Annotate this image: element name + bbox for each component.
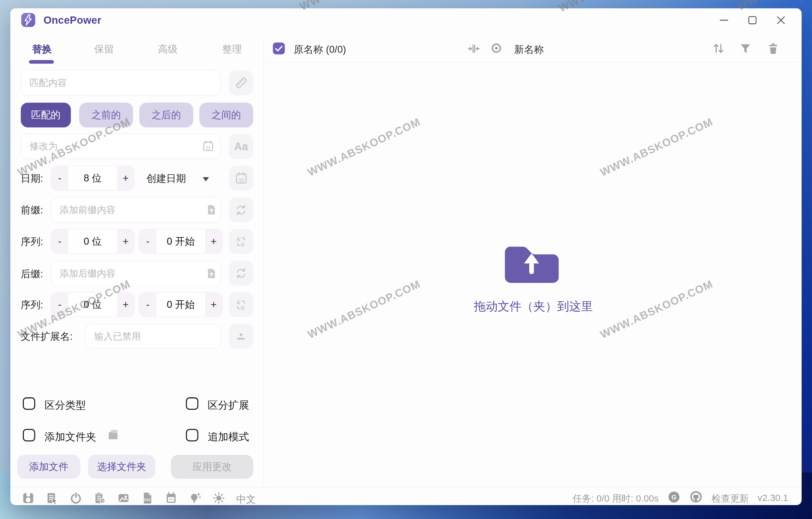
panel-divider [263,38,264,486]
suffix-row-label: 后缀: [21,267,43,281]
list-header-divider [264,62,802,63]
sequence2-start-plus[interactable]: + [205,293,222,317]
sequence2-start-stepper: - 0 开始 + [139,292,223,317]
status-bar-divider [10,487,802,488]
date-calendar-button[interactable]: 12 [229,166,253,191]
status-toolbar: CSV [22,492,256,507]
save-config-icon[interactable] [22,492,35,507]
power-icon[interactable] [69,492,83,507]
checkbox-label-add-folder: 添加文件夹 [45,430,96,444]
sequence2-digits-stepper: - 0 位 + [51,292,135,317]
preview-eye-icon[interactable] [489,43,503,54]
sequence1-style-button[interactable]: A 0 [229,229,253,254]
mode-button-after[interactable]: 之后的 [139,103,193,128]
extension-input[interactable] [85,324,221,349]
new-name-header: 新名称 [514,43,544,57]
svg-text:A: A [236,299,240,305]
collapse-columns-icon[interactable] [468,44,480,54]
sequence1-row-label: 序列: [21,235,43,249]
date-digits-minus[interactable]: - [51,166,68,190]
status-info: 任务: 0/0 用时: 0.00s G 检查更新 v2.30.1 [573,490,788,506]
sequence2-digits-plus[interactable]: + [117,293,134,317]
apply-changes-button[interactable]: 应用更改 [171,455,253,479]
tab-organize[interactable]: 整理 [216,43,248,56]
tab-advanced[interactable]: 高级 [152,43,183,56]
folder-icon [107,429,119,442]
ruler-icon-button[interactable] [229,71,253,95]
checkbox-label-distinguish-type: 区分类型 [45,398,86,412]
sequence1-start-minus[interactable]: - [139,229,156,253]
mode-button-before[interactable]: 之前的 [79,103,133,128]
checkbox-label-distinguish-extension: 区分扩展 [208,398,249,412]
calendar-icon[interactable] [165,492,178,507]
maximize-button[interactable] [745,13,760,27]
checkbox-label-append-mode: 追加模式 [208,430,249,444]
select-folder-button[interactable]: 选择文件夹 [88,455,155,479]
svg-text:12: 12 [238,177,243,182]
original-name-header: 原名称 (0/0) [293,43,346,57]
sequence1-start-plus[interactable]: + [205,229,222,253]
sequence2-digits-minus[interactable]: - [51,293,68,317]
tips-bulb-icon[interactable] [188,492,202,507]
upload-folder-icon [505,247,559,285]
github-icon[interactable] [689,490,703,506]
version-text: v2.30.1 [758,493,788,503]
svg-text:0: 0 [241,242,244,247]
suffix-input[interactable] [51,261,221,286]
drop-zone-text: 拖动文件（夹）到这里 [373,298,694,315]
extension-toggle-button[interactable] [229,324,253,349]
csv-file-icon[interactable]: CSV [141,492,154,507]
checkbox-append-mode[interactable] [186,429,198,441]
theme-sun-icon[interactable] [212,492,225,507]
trash-icon[interactable] [767,43,779,54]
prefix-input[interactable] [51,197,221,223]
gitee-icon[interactable]: G [668,490,680,506]
app-window: OncePower 替换 保留 高级 整理 原名称 (0/0) [10,8,802,505]
sequence1-digits-value: 0 位 [68,229,117,253]
select-all-checkbox[interactable] [273,43,285,54]
prefix-loop-button[interactable] [229,197,253,222]
date-digits-stepper: - 8 位 + [51,166,135,191]
close-button[interactable] [774,13,788,27]
checkbox-distinguish-type[interactable] [23,397,35,410]
mode-button-matched[interactable]: 匹配的 [21,103,71,128]
sort-icon[interactable] [713,43,724,54]
add-files-button[interactable]: 添加文件 [17,455,80,479]
sequence1-digits-plus[interactable]: + [117,229,134,253]
case-aa-button[interactable]: Aa [229,134,253,159]
extension-row-label: 文件扩展名: [21,330,73,344]
prefix-row-label: 前缀: [21,203,43,217]
check-update-link[interactable]: 检查更新 [712,492,749,504]
sequence2-start-minus[interactable]: - [139,293,156,317]
task-history-icon[interactable] [93,492,106,507]
minimize-button[interactable] [717,13,731,27]
task-status-text: 任务: 0/0 用时: 0.00s [573,492,659,504]
replace-with-input[interactable] [21,134,221,159]
chevron-down-icon[interactable] [202,175,210,185]
date-row-label: 日期: [21,172,43,186]
filter-icon[interactable] [740,44,751,54]
image-icon[interactable] [117,492,130,507]
date-digits-plus[interactable]: + [117,166,134,190]
checkbox-add-folder[interactable] [23,429,35,441]
sequence1-digits-stepper: - 0 位 + [51,229,135,254]
sequence2-style-button[interactable]: A 0 [229,292,253,317]
language-toggle[interactable]: 中文 [236,492,256,506]
desktop: OncePower 替换 保留 高级 整理 原名称 (0/0) [0,0,812,519]
svg-text:A: A [236,236,240,242]
tab-keep[interactable]: 保留 [88,43,119,56]
app-title: OncePower [44,15,102,27]
sequence1-start-stepper: - 0 开始 + [139,229,223,254]
select-list-icon[interactable] [46,492,58,507]
tab-replace[interactable]: 替换 [27,43,58,56]
sequence1-digits-minus[interactable]: - [51,229,68,253]
match-content-input[interactable] [21,70,221,96]
aa-label: Aa [234,140,248,153]
checkbox-distinguish-extension[interactable] [186,397,198,410]
date-type-select[interactable]: 创建日期 [147,172,186,186]
svg-text:0: 0 [241,305,244,311]
mode-button-between[interactable]: 之间的 [199,103,253,128]
suffix-loop-button[interactable] [229,261,253,285]
svg-text:G: G [671,493,676,501]
sequence2-row-label: 序列: [21,298,43,312]
